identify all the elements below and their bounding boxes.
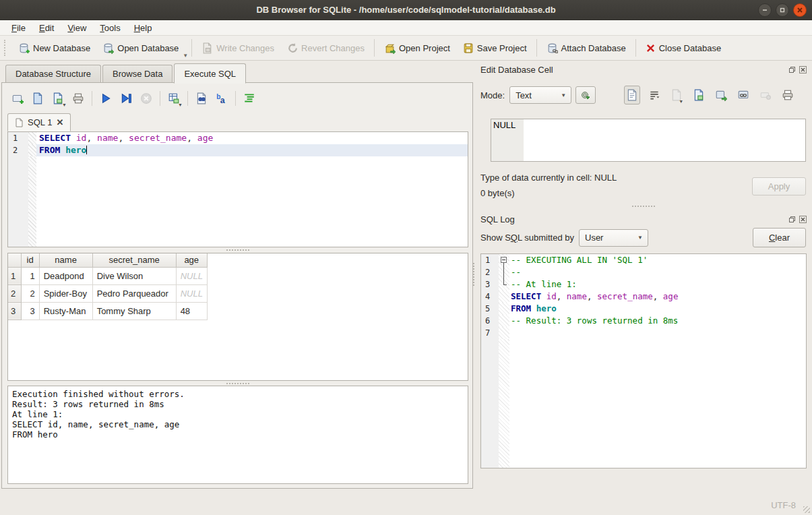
table-cell[interactable]: 48 xyxy=(176,302,207,320)
save-project-button[interactable]: Save Project xyxy=(456,38,533,57)
clear-log-button[interactable]: Clear xyxy=(753,228,806,247)
sql-editor[interactable]: 1SELECT id, name, secret_name, age2FROM … xyxy=(7,131,468,247)
editor-results-splitter[interactable] xyxy=(7,248,468,251)
open-project-button[interactable]: Open Project xyxy=(378,38,456,57)
table-cell[interactable]: Tommy Sharp xyxy=(92,302,176,320)
link-button[interactable] xyxy=(735,86,751,104)
menu-view[interactable]: View xyxy=(61,22,92,34)
column-header-secret-name[interactable]: secret_name xyxy=(92,253,176,267)
menu-file[interactable]: File xyxy=(5,22,32,34)
chevron-down-icon[interactable]: ▼ xyxy=(62,102,67,107)
line-number: 6 xyxy=(481,315,499,327)
cell-editor-toolbar: ▼ xyxy=(624,86,796,104)
mode-label: Mode: xyxy=(480,90,505,100)
open-database-button[interactable]: Open Database xyxy=(96,38,185,57)
table-cell[interactable]: NULL xyxy=(176,284,207,302)
line-number: 5 xyxy=(481,303,499,315)
print-button[interactable] xyxy=(780,86,796,104)
maximize-button[interactable] xyxy=(776,3,789,17)
apply-button[interactable]: Apply xyxy=(752,177,806,195)
fold-collapse-icon[interactable] xyxy=(501,257,507,263)
auto-switch-mode-button[interactable] xyxy=(575,86,596,104)
tab-browse-data[interactable]: Browse Data xyxy=(102,65,173,83)
float-dock-icon[interactable] xyxy=(788,215,796,223)
text-mode-button[interactable] xyxy=(624,86,640,104)
table-cell[interactable]: 3 xyxy=(21,302,39,320)
sql-token: age xyxy=(197,133,213,143)
log-line: 5FROM hero xyxy=(481,303,806,315)
table-row: 11DeadpondDive WilsonNULL xyxy=(8,267,207,284)
menu-edit[interactable]: Edit xyxy=(33,22,60,34)
menu-help[interactable]: Help xyxy=(128,22,158,34)
edit-cell-dock-titlebar: Edit Database Cell xyxy=(480,63,807,75)
print-icon xyxy=(782,89,794,101)
gear-arrow-icon xyxy=(580,90,591,100)
mode-combobox[interactable]: Text ▼ xyxy=(509,86,571,104)
submitter-combobox[interactable]: User ▼ xyxy=(579,229,648,247)
open-sql-new-tab-button[interactable]: ▼ xyxy=(48,89,68,108)
table-cell[interactable]: Spider-Boy xyxy=(39,284,92,302)
font-button[interactable]: ba xyxy=(212,89,232,108)
table-cell[interactable]: 2 xyxy=(21,284,39,302)
find-button[interactable] xyxy=(191,89,212,108)
results-message-splitter[interactable] xyxy=(7,382,468,385)
attach-database-button[interactable]: Attach Database xyxy=(540,38,632,57)
menu-tools[interactable]: Tools xyxy=(94,22,126,34)
format-sql-button[interactable] xyxy=(239,89,259,108)
stop-icon xyxy=(140,92,152,104)
docks-splitter[interactable] xyxy=(480,204,807,208)
float-dock-icon[interactable] xyxy=(788,65,796,73)
toolbar-separator xyxy=(374,39,375,57)
row-header[interactable]: 3 xyxy=(8,302,21,320)
minimize-button[interactable] xyxy=(758,3,772,17)
column-header-age[interactable]: age xyxy=(176,253,207,267)
save-results-button[interactable]: ▼ xyxy=(164,89,184,108)
sql-file-tab[interactable]: SQL 1 ✕ xyxy=(7,113,71,131)
close-dock-icon[interactable] xyxy=(799,65,807,73)
toolbar-drag-handle[interactable] xyxy=(4,40,8,56)
tab-database-structure[interactable]: Database Structure xyxy=(5,65,101,83)
table-cell[interactable]: Rusty-Man xyxy=(39,302,92,320)
corner-header[interactable] xyxy=(8,253,21,267)
table-cell[interactable]: Dive Wilson xyxy=(92,267,176,284)
encoding-indicator[interactable]: UTF-8 xyxy=(771,500,796,510)
toolbar-separator xyxy=(635,39,636,57)
table-cell[interactable]: Deadpond xyxy=(39,267,92,284)
close-dock-icon[interactable] xyxy=(799,215,807,223)
chevron-down-icon[interactable]: ▼ xyxy=(183,53,188,60)
sql-log-view[interactable]: 1-- EXECUTING ALL IN 'SQL 1'2--3-- At li… xyxy=(480,253,807,468)
table-cell[interactable]: Pedro Parqueador xyxy=(92,284,176,302)
execute-line-button[interactable] xyxy=(116,89,136,108)
fold-margin[interactable] xyxy=(499,254,509,266)
word-wrap-icon xyxy=(648,89,660,101)
resize-grip[interactable] xyxy=(803,506,810,513)
row-header[interactable]: 1 xyxy=(8,267,21,284)
print-button[interactable] xyxy=(68,89,88,108)
set-null-icon xyxy=(759,89,772,101)
close-sql-tab-icon[interactable]: ✕ xyxy=(56,117,63,127)
cell-size-info: 0 byte(s) xyxy=(480,188,515,198)
cell-editor[interactable]: NULL xyxy=(491,119,806,162)
export-button[interactable] xyxy=(691,86,707,104)
table-cell[interactable]: 1 xyxy=(21,267,39,284)
results-header-row: idnamesecret_nameage xyxy=(8,253,207,267)
new-database-button[interactable]: New Database xyxy=(12,38,96,57)
log-code: FROM hero xyxy=(509,303,806,315)
sql-file-tab-label: SQL 1 xyxy=(28,117,52,127)
table-cell[interactable]: NULL xyxy=(176,267,207,284)
column-header-id[interactable]: id xyxy=(21,253,39,267)
chevron-down-icon[interactable]: ▼ xyxy=(178,102,183,107)
right-pane: Edit Database Cell Mode: Text ▼ ▼ NULL T… xyxy=(475,61,812,495)
row-header[interactable]: 2 xyxy=(8,284,21,302)
apply-cell-button[interactable] xyxy=(713,86,729,104)
export-icon xyxy=(693,89,705,101)
column-header-name[interactable]: name xyxy=(39,253,92,267)
close-button[interactable] xyxy=(793,3,807,17)
word-wrap-button[interactable] xyxy=(646,86,662,104)
open-sql-file-button[interactable] xyxy=(28,89,48,108)
execute-all-button[interactable] xyxy=(96,89,116,108)
new-sql-tab-button[interactable] xyxy=(7,89,28,108)
tab-execute-sql[interactable]: Execute SQL xyxy=(174,63,246,84)
close-database-button[interactable]: Close Database xyxy=(639,39,728,57)
fold-margin xyxy=(499,291,509,303)
